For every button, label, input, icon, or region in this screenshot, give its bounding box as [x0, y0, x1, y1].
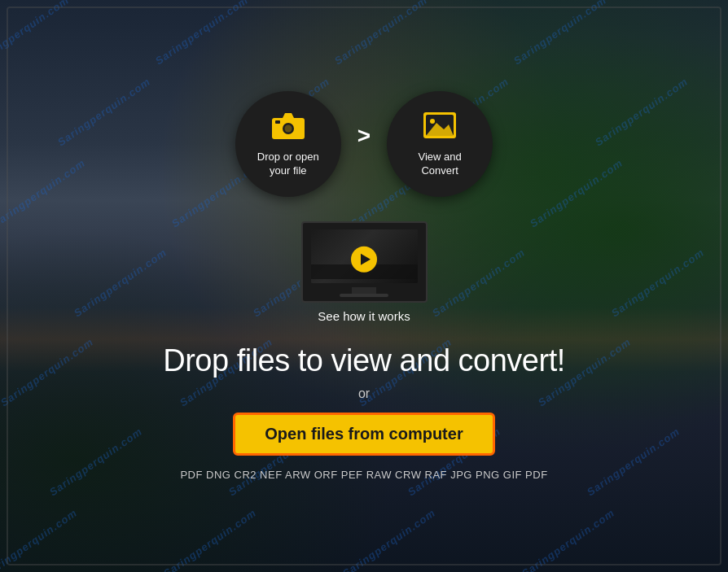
video-section: See how it works: [301, 221, 428, 323]
main-content: Drop or openyour file > View and Convert: [0, 0, 728, 572]
chevron-arrow: >: [357, 123, 371, 149]
video-thumbnail[interactable]: [301, 221, 428, 303]
steps-row: Drop or openyour file > View and Convert: [235, 91, 493, 197]
formats-list: PDF DNG CR2 NEF ARW ORF PEF RAW CRW RAF …: [180, 469, 547, 481]
drop-title: Drop files to view and convert!: [163, 343, 565, 378]
camera-icon: [270, 110, 306, 144]
play-button-icon[interactable]: [351, 247, 377, 273]
step-drop-label: Drop or openyour file: [257, 151, 319, 178]
step-convert-circle[interactable]: View and Convert: [387, 91, 493, 197]
open-files-button[interactable]: Open files from computer: [233, 413, 494, 456]
video-stand: [352, 287, 376, 297]
image-icon: [422, 110, 458, 144]
or-text: or: [358, 386, 370, 401]
svg-point-6: [430, 119, 435, 124]
see-how-label: See how it works: [318, 309, 410, 323]
svg-point-2: [284, 125, 292, 133]
step-drop-circle[interactable]: Drop or openyour file: [235, 91, 341, 197]
svg-rect-3: [275, 120, 280, 124]
step-convert-label: View and Convert: [399, 151, 480, 178]
